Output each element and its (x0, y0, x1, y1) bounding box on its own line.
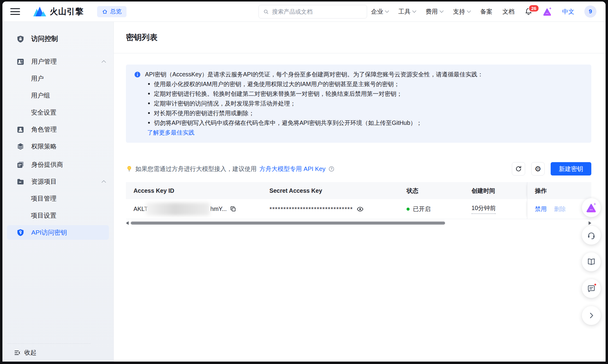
status-text: 已开启 (413, 205, 431, 213)
nav-menu-icp[interactable]: 备案 (480, 8, 492, 16)
nav-menu-enterprise[interactable]: 企业 (371, 8, 388, 16)
eye-icon[interactable] (356, 205, 364, 213)
settings-button[interactable]: ⚙ (531, 162, 545, 175)
sidebar-item-label: 项目设置 (31, 211, 56, 220)
table-row: AKLT hmY... ****************************… (126, 199, 591, 219)
collapse-label: 收起 (24, 349, 36, 357)
documentation-fab[interactable] (582, 252, 601, 271)
sidebar-item-label: API访问密钥 (31, 228, 67, 237)
ai-assistant-icon (542, 7, 552, 16)
top-navbar: 火山引擎 总览 企业 工具 费用 支持 备案 文档 (2, 2, 606, 22)
access-key-id-cell: AKLT hmY... (126, 199, 262, 219)
sidebar-item-project-management[interactable]: 项目管理 (7, 191, 109, 206)
identity-provider-icon (16, 161, 25, 169)
global-search[interactable] (258, 5, 367, 18)
shield-key-icon (16, 229, 25, 237)
chevron-down-icon (385, 9, 389, 13)
sidebar-item-label: 安全设置 (31, 108, 56, 117)
top-nav-menus: 企业 工具 费用 支持 备案 文档 26 (371, 5, 596, 18)
sidebar-group-resource-projects[interactable]: 资源项目 (7, 174, 109, 189)
akid-redacted-blur (146, 203, 210, 215)
lightbulb-icon (126, 165, 133, 172)
expand-panel-fab[interactable] (582, 306, 601, 325)
overview-button[interactable]: 总览 (97, 6, 127, 17)
nav-menu-support[interactable]: 支持 (453, 8, 470, 16)
avatar[interactable]: 9 (584, 5, 596, 18)
sidebar-item-project-settings[interactable]: 项目设置 (7, 208, 109, 223)
sidebar-item-api-access-keys[interactable]: API访问密钥 (7, 225, 109, 240)
sidebar-title-label: 访问控制 (31, 34, 58, 43)
chevron-down-icon (412, 9, 416, 13)
sidebar-title-access-control: 访问控制 (7, 32, 109, 46)
feedback-notification-dot (594, 283, 597, 286)
feedback-fab[interactable] (582, 279, 601, 298)
banner-intro: API密钥（AccessKey）是请求云服务API的凭证，每个身份至多创建两对密… (145, 69, 483, 79)
headset-icon (587, 231, 596, 240)
disable-key-link[interactable]: 禁用 (535, 205, 547, 213)
nav-menu-billing[interactable]: 费用 (426, 8, 443, 16)
banner-bullet: 切勿将API密钥写入代码中或存储在代码仓库中，避免将API密钥共享到公开环境（如… (147, 118, 583, 128)
best-practice-banner: API密钥（AccessKey）是请求云服务API的凭证，每个身份至多创建两对密… (126, 65, 591, 143)
copy-icon[interactable] (230, 205, 237, 212)
nav-menu-docs[interactable]: 文档 (502, 8, 515, 16)
search-input[interactable] (272, 8, 357, 15)
scroll-right-arrow-icon[interactable] (589, 221, 591, 225)
sidebar-item-user-groups[interactable]: 用户组 (7, 88, 109, 103)
banner-bullet: 使用最小化授权的IAM用户的密钥，避免使用权限过大的IAM用户的密钥甚至是主账号… (147, 79, 583, 89)
toolbar-row: 如果您需通过方舟进行大模型接入，建议使用 方舟大模型专用 API Key ? (126, 162, 591, 175)
ai-assistant-fab[interactable] (582, 198, 601, 217)
sidebar-item-identity-providers[interactable]: 身份提供商 (7, 157, 109, 172)
nav-menu-tools[interactable]: 工具 (398, 8, 416, 16)
learn-more-link[interactable]: 了解更多最佳实践 (147, 128, 194, 137)
banner-bullet: 定期对密钥进行轮换。轮换时创建第二对密钥来替换第一对密钥，轮换结束后禁用第一对密… (147, 89, 583, 99)
refresh-button[interactable] (512, 162, 525, 175)
sidebar-group-user-management[interactable]: 用户管理 (7, 54, 109, 69)
sidebar-item-label: 用户组 (31, 91, 50, 100)
scroll-left-arrow-icon[interactable] (126, 221, 129, 225)
horizontal-scrollbar (126, 221, 591, 225)
hamburger-menu-icon[interactable] (10, 8, 20, 15)
status-active-dot (407, 208, 410, 211)
volcengine-logo[interactable]: 火山引擎 (33, 6, 84, 17)
help-icon[interactable]: ? (328, 166, 335, 172)
main-area: 密钥列表 API密钥（AccessKey）是请求云服务API的凭证，每个身份至多… (114, 22, 606, 362)
banner-bullet-list: 使用最小化授权的IAM用户的密钥，避免使用权限过大的IAM用户的密钥甚至是主账号… (134, 79, 583, 128)
refresh-icon (515, 165, 522, 172)
sidebar-item-users[interactable]: 用户 (7, 71, 109, 86)
sidebar-item-role-management[interactable]: 角色管理 (7, 122, 109, 137)
sidebar: 访问控制 用户管理 用户 用户组 安全设置 (2, 22, 114, 362)
ark-api-key-link[interactable]: 方舟大模型专用 API Key (259, 165, 326, 173)
created-text: 10分钟前 (471, 204, 496, 214)
chevron-down-icon (440, 9, 444, 13)
table-actions: ⚙ 新建密钥 (512, 162, 591, 175)
sidebar-collapse-button[interactable]: 收起 (7, 343, 91, 362)
scrollbar-thumb[interactable] (131, 222, 445, 225)
create-key-button[interactable]: 新建密钥 (551, 162, 591, 175)
secret-access-key-cell: ****************************** (262, 199, 399, 219)
col-header-secret-access-key: Secret Access Key (262, 182, 399, 199)
ai-assistant-nav-button[interactable] (542, 7, 552, 16)
gear-icon: ⚙ (535, 165, 541, 173)
sidebar-item-permission-policies[interactable]: 权限策略 (7, 139, 109, 154)
keys-table: Access Key ID Secret Access Key 状态 创建时间 … (126, 182, 591, 225)
collapse-icon (14, 349, 21, 356)
notifications-button[interactable]: 26 (525, 8, 532, 15)
role-card-icon (16, 125, 25, 134)
search-icon (263, 9, 269, 15)
users-icon (16, 58, 25, 66)
col-header-created: 创建时间 (464, 182, 527, 199)
created-cell: 10分钟前 (464, 199, 527, 219)
chevron-up-icon (102, 180, 106, 185)
secret-masked: ****************************** (269, 205, 353, 213)
customer-support-fab[interactable] (582, 226, 601, 245)
browser-window: 火山引擎 总览 企业 工具 费用 支持 备案 文档 (2, 2, 606, 362)
app-shell: 访问控制 用户管理 用户 用户组 安全设置 (2, 22, 606, 362)
language-switcher[interactable]: 中文 (562, 8, 574, 16)
svg-text:?: ? (330, 167, 332, 171)
delete-key-link[interactable]: 删除 (554, 205, 566, 213)
open-book-icon (587, 257, 596, 266)
sidebar-item-security-settings[interactable]: 安全设置 (7, 105, 109, 120)
page-header: 密钥列表 (114, 22, 606, 53)
actions-cell: 禁用 删除 (527, 199, 591, 219)
sidebar-item-label: 角色管理 (31, 125, 57, 134)
